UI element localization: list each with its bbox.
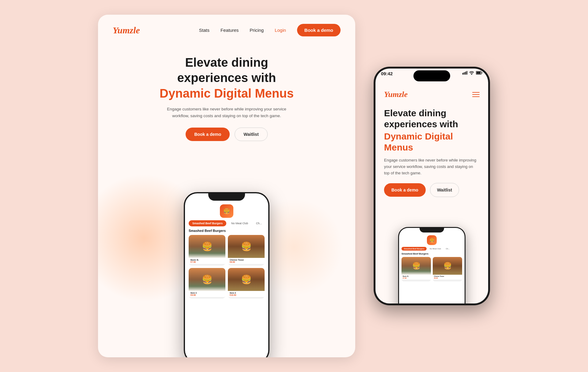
nav-pricing[interactable]: Pricing: [250, 28, 264, 33]
mobile-hero-subtitle: Engage customers like never before while…: [384, 157, 480, 176]
food-image-3: 🍔: [189, 268, 225, 291]
nested-tab-other[interactable]: Ch...: [444, 247, 452, 251]
tab-nomeat[interactable]: No Meat Club: [228, 220, 251, 226]
nav-login[interactable]: Login: [275, 28, 286, 33]
food-image-1: 🍔: [189, 235, 225, 258]
nav-features[interactable]: Features: [221, 28, 239, 33]
signal-icon: [462, 71, 467, 76]
nested-tab-nomeat[interactable]: No Meat Club: [428, 247, 443, 251]
food-name-4: Item 4: [230, 292, 263, 294]
hamburger-line-3: [472, 96, 480, 97]
food-name-3: Item 3: [190, 292, 224, 294]
app-section-title: Smashed Beef Burgers: [185, 229, 268, 235]
svg-rect-3: [467, 71, 468, 75]
mobile-hero-buttons: Book a demo Waitlist: [384, 183, 480, 197]
mobile-hero: Elevate dining experiences with Dynamic …: [375, 99, 488, 197]
mobile-hero-title-orange: Dynamic Digital Menus: [384, 131, 480, 153]
phone-notch: [208, 192, 245, 201]
mobile-book-demo-button[interactable]: Book a demo: [384, 183, 426, 197]
nested-phone: 🍔 Smashed Beef Burgers No Meat Club Ch..…: [398, 227, 466, 303]
mobile-hero-title-black: Elevate dining experiences with: [384, 108, 480, 130]
hamburger-menu-button[interactable]: [472, 92, 480, 97]
food-price-1: €7.90: [190, 261, 224, 263]
hamburger-line-1: [472, 92, 480, 93]
food-grid: 🍔 Basic B. €7.90 🍔 Cheese Tease €8.90 🍔: [185, 235, 268, 299]
desktop-phone-mockup: 🍔 Smashed Beef Burgers No Meat Club Ch..…: [184, 192, 270, 357]
nested-section-title: Smashed Beef Burgers: [399, 252, 465, 257]
wifi-icon: [469, 71, 474, 76]
mobile-screen: Yumzle Elevate dining experiences with D…: [375, 69, 488, 303]
svg-rect-0: [462, 73, 463, 75]
desktop-logo: Yumzle: [113, 25, 140, 35]
nav-links: Stats Features Pricing Login Book a demo: [199, 24, 341, 36]
status-icons: [462, 71, 483, 76]
status-time: 09:42: [381, 71, 393, 76]
mobile-phone: 09:42 Yumzle Elevate d: [374, 67, 490, 305]
food-price-2: €8.90: [230, 261, 263, 263]
nested-food-price-2: €8.90: [434, 277, 461, 279]
nested-food-card-2: 🍔 Cheese Tease €8.90: [433, 257, 462, 281]
food-card-3: 🍔 Item 3 €9.90: [189, 268, 225, 299]
food-image-4: 🍔: [228, 268, 265, 291]
desktop-card: Yumzle Stats Features Pricing Login Book…: [98, 15, 355, 357]
nested-phone-screen: 🍔 Smashed Beef Burgers No Meat Club Ch..…: [399, 228, 465, 303]
hero-title-black: Elevate dining experiences with: [123, 55, 331, 85]
food-card-4: 🍔 Item 4 €10.90: [228, 268, 265, 299]
nested-food-image-2: 🍔: [433, 257, 462, 275]
desktop-nav: Yumzle Stats Features Pricing Login Book…: [98, 15, 355, 36]
mobile-logo: Yumzle: [384, 90, 408, 99]
nested-food-card-1: 🍔 Basic B. €7.90: [401, 257, 431, 281]
burger-icon: 🍔: [223, 208, 230, 214]
nested-app-logo: 🍔: [427, 235, 437, 245]
hero-subtitle: Engage customers like never before while…: [162, 106, 291, 119]
mobile-waitlist-button[interactable]: Waitlist: [430, 183, 459, 197]
nested-food-image-1: 🍔: [401, 257, 431, 275]
food-card-2: 🍔 Cheese Tease €8.90: [228, 235, 265, 266]
nested-tab-smashed[interactable]: Smashed Beef Burgers: [401, 247, 427, 251]
nested-food-grid: 🍔 Basic B. €7.90 🍔 Cheese Tease €8.90: [399, 257, 465, 281]
nav-stats[interactable]: Stats: [199, 28, 209, 33]
nested-burger-icon: 🍔: [429, 238, 435, 243]
nav-book-demo-button[interactable]: Book a demo: [297, 24, 341, 36]
dynamic-island: [413, 70, 450, 81]
food-price-4: €10.90: [230, 294, 263, 296]
nested-food-price-1: €7.90: [403, 277, 430, 279]
nested-tabs: Smashed Beef Burgers No Meat Club Ch...: [399, 247, 465, 252]
hero-waitlist-button[interactable]: Waitlist: [235, 128, 267, 141]
svg-rect-5: [477, 72, 481, 74]
hero-title-orange: Dynamic Digital Menus: [123, 87, 331, 100]
food-name-2: Cheese Tease: [230, 259, 263, 261]
food-image-2: 🍔: [228, 235, 265, 258]
desktop-hero: Elevate dining experiences with Dynamic …: [98, 36, 355, 141]
food-card-1: 🍔 Basic B. €7.90: [189, 235, 225, 266]
food-name-1: Basic B.: [190, 259, 224, 261]
nested-phone-notch: [420, 227, 444, 232]
hero-book-demo-button[interactable]: Book a demo: [186, 128, 230, 141]
svg-rect-2: [465, 72, 466, 75]
hamburger-line-2: [472, 94, 480, 95]
battery-icon: [476, 71, 483, 76]
phone-screen: 🍔 Smashed Beef Burgers No Meat Club Ch..…: [185, 193, 268, 357]
app-logo: 🍔: [220, 204, 233, 218]
app-tabs: Smashed Beef Burgers No Meat Club Ch...: [185, 220, 268, 229]
food-price-3: €9.90: [190, 294, 224, 296]
svg-rect-1: [464, 72, 465, 75]
tab-other[interactable]: Ch...: [253, 220, 265, 226]
hero-buttons: Book a demo Waitlist: [123, 128, 331, 141]
tab-smashed[interactable]: Smashed Beef Burgers: [189, 220, 226, 226]
